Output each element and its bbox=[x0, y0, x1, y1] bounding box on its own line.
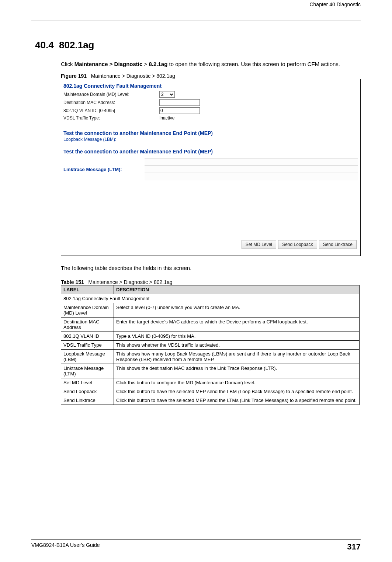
cell-desc: Enter the target device's MAC address to… bbox=[114, 318, 360, 332]
footer-divider bbox=[31, 540, 361, 540]
ltm-row-3 bbox=[145, 173, 358, 180]
th-label: LABEL bbox=[61, 285, 114, 294]
section-number: 40.4 bbox=[35, 39, 54, 51]
table-row: Send LoopbackClick this button to have t… bbox=[61, 387, 360, 396]
cell-label: Destination MAC Address bbox=[61, 318, 114, 332]
vdsl-type-value: Inactive bbox=[159, 115, 174, 121]
chapter-header: Chapter 40 Diagnostic bbox=[31, 0, 361, 10]
set-md-level-button[interactable]: Set MD Level bbox=[242, 240, 276, 249]
page-footer: VMG8924-B10A User's Guide 317 bbox=[31, 540, 361, 552]
cell-label: Set MD Level bbox=[61, 378, 114, 387]
vlan-id-input[interactable] bbox=[159, 107, 200, 114]
table-intro: The following table describes the fields… bbox=[61, 264, 353, 272]
cell-desc: This shows how many Loop Back Messages (… bbox=[114, 350, 360, 364]
section-title: 802.1ag bbox=[59, 39, 94, 51]
dest-mac-input[interactable] bbox=[159, 99, 200, 106]
footer-page-number: 317 bbox=[347, 542, 361, 552]
table-row: Maintenance Domain (MD) LevelSelect a le… bbox=[61, 303, 360, 318]
md-level-label: Maintenance Domain (MD) Level: bbox=[63, 92, 159, 97]
dest-mac-label: Destination MAC Address: bbox=[63, 100, 159, 105]
table-row: Set MD LevelClick this button to configu… bbox=[61, 378, 360, 387]
cell-label: Loopback Message (LBM) bbox=[61, 350, 114, 364]
cell-label: Send Loopback bbox=[61, 387, 114, 396]
cell-label: Send Linktrace bbox=[61, 396, 114, 405]
lbm-label: Loopback Message (LBM): bbox=[63, 137, 358, 142]
intro-pre: Click bbox=[61, 61, 74, 67]
description-table: LABEL DESCRIPTION 802.1ag Connectivity F… bbox=[61, 285, 360, 405]
cell-desc: Click this button to configure the MD (M… bbox=[114, 378, 360, 387]
cell-label: 802.1Q VLAN ID bbox=[61, 332, 114, 341]
ltm-row-1 bbox=[145, 158, 358, 166]
header-divider bbox=[31, 21, 361, 21]
footer-guide: VMG8924-B10A User's Guide bbox=[31, 542, 100, 552]
intro-paragraph: Click Maintenance > Diagnostic > 8.2.1ag… bbox=[61, 60, 353, 68]
vlan-id-label: 802.1Q VLAN ID: [0-4095] bbox=[63, 108, 159, 113]
table-row: 802.1Q VLAN IDType a VLAN ID (0-4095) fo… bbox=[61, 332, 360, 341]
send-linktrace-button[interactable]: Send Linktrace bbox=[319, 240, 357, 249]
figure-caption: Figure 191 Maintenance > Diagnostic > 80… bbox=[61, 73, 361, 79]
cell-desc: Select a level (0-7) under which you wan… bbox=[114, 303, 360, 318]
cell-label: VDSL Traffic Type bbox=[61, 341, 114, 350]
embedded-screenshot: 802.1ag Connectivity Fault Management Ma… bbox=[61, 79, 361, 256]
cell-desc: Click this button to have the selected M… bbox=[114, 396, 360, 405]
mep-heading-1: Test the connection to another Maintenan… bbox=[63, 130, 358, 136]
table-row: Send LinktraceClick this button to have … bbox=[61, 396, 360, 405]
table-row: Destination MAC AddressEnter the target … bbox=[61, 318, 360, 332]
intro-bold-2: 8.2.1ag bbox=[149, 61, 167, 67]
table-caption-label: Table 151 bbox=[61, 279, 84, 285]
cell-desc: Type a VLAN ID (0-4095) for this MA. bbox=[114, 332, 360, 341]
figure-label: Figure 191 bbox=[61, 73, 87, 79]
vdsl-type-label: VDSL Traffic Type: bbox=[63, 115, 159, 121]
intro-post: to open the following screen. Use this s… bbox=[167, 61, 340, 67]
cell-label: Maintenance Domain (MD) Level bbox=[61, 303, 114, 318]
th-description: DESCRIPTION bbox=[114, 285, 360, 294]
intro-mid: > bbox=[142, 61, 149, 67]
cell-label: Linktrace Message (LTM) bbox=[61, 364, 114, 378]
table-caption: Table 151 Maintenance > Diagnostic > 802… bbox=[61, 279, 361, 285]
cell-desc: This shows whether the VDSL traffic is a… bbox=[114, 341, 360, 350]
table-section-row: 802.1ag Connectivity Fault Management bbox=[61, 294, 360, 303]
section-heading: 40.4 802.1ag bbox=[35, 39, 361, 51]
cell-desc: Click this button to have the selected M… bbox=[114, 387, 360, 396]
send-loopback-button[interactable]: Send Loopback bbox=[278, 240, 317, 249]
md-level-select[interactable]: 2 bbox=[159, 91, 175, 98]
figure-caption-text: Maintenance > Diagnostic > 802.1ag bbox=[91, 73, 175, 79]
table-row: VDSL Traffic TypeThis shows whether the … bbox=[61, 341, 360, 350]
ltm-label: Linktrace Message (LTM): bbox=[63, 167, 145, 172]
mep-heading-2: Test the connection to another Maintenan… bbox=[63, 149, 358, 155]
table-row: Linktrace Message (LTM)This shows the de… bbox=[61, 364, 360, 378]
table-caption-text: Maintenance > Diagnostic > 802.1ag bbox=[88, 279, 172, 285]
ss-title: 802.1ag Connectivity Fault Management bbox=[63, 83, 358, 89]
ltm-row-2 bbox=[145, 166, 358, 173]
table-row: Loopback Message (LBM)This shows how man… bbox=[61, 350, 360, 364]
cell-desc: This shows the destination MAC address i… bbox=[114, 364, 360, 378]
intro-bold-1: Maintenance > Diagnostic bbox=[74, 61, 143, 67]
